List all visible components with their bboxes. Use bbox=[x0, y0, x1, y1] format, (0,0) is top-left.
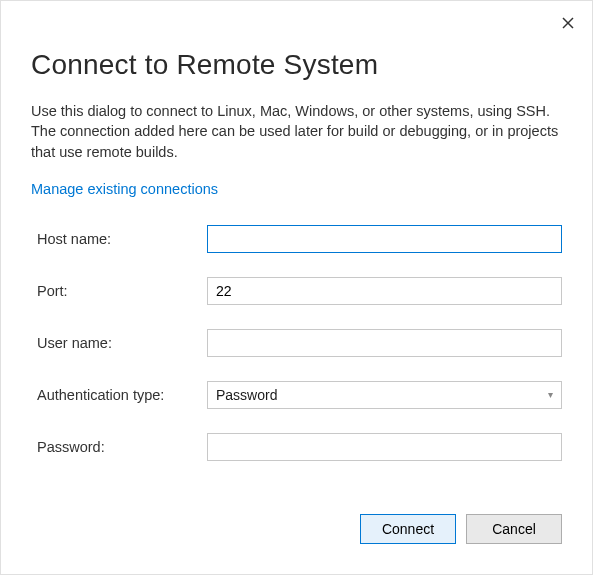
password-input[interactable] bbox=[207, 433, 562, 461]
hostname-label: Host name: bbox=[37, 231, 207, 247]
dialog-title: Connect to Remote System bbox=[31, 49, 562, 81]
authtype-label: Authentication type: bbox=[37, 387, 207, 403]
cancel-button[interactable]: Cancel bbox=[466, 514, 562, 544]
password-label: Password: bbox=[37, 439, 207, 455]
chevron-down-icon: ▾ bbox=[548, 389, 553, 400]
hostname-input[interactable] bbox=[207, 225, 562, 253]
manage-connections-link[interactable]: Manage existing connections bbox=[31, 181, 218, 197]
username-input[interactable] bbox=[207, 329, 562, 357]
port-label: Port: bbox=[37, 283, 207, 299]
authtype-select[interactable]: Password ▾ bbox=[207, 381, 562, 409]
port-input[interactable] bbox=[207, 277, 562, 305]
dialog-description: Use this dialog to connect to Linux, Mac… bbox=[31, 101, 562, 162]
close-icon bbox=[562, 17, 574, 29]
connect-button[interactable]: Connect bbox=[360, 514, 456, 544]
close-button[interactable] bbox=[558, 13, 578, 33]
authtype-value: Password bbox=[216, 387, 277, 403]
username-label: User name: bbox=[37, 335, 207, 351]
